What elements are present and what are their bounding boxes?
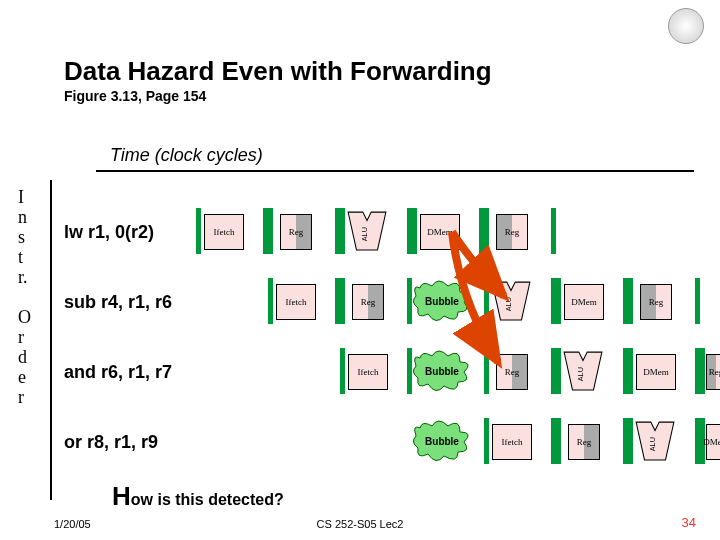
stage-ifetch: Ifetch <box>196 208 268 254</box>
footer-center: CS 252-S05 Lec2 <box>0 518 720 530</box>
bubble: Bubble <box>410 348 474 394</box>
stage-ifetch: Ifetch <box>268 278 340 324</box>
svg-text:ALU: ALU <box>504 297 513 311</box>
stage-dmem: DMem <box>700 418 720 464</box>
stage-dmem: DMem <box>412 208 484 254</box>
stage-dmem: DMem <box>628 348 700 394</box>
stage-alu: ALU <box>628 418 700 464</box>
instr-lw: lw r1, 0(r2) <box>64 222 154 243</box>
stage-alu: ALU <box>340 208 412 254</box>
svg-text:ALU: ALU <box>360 227 369 241</box>
instr-or: or r8, r1, r9 <box>64 432 158 453</box>
stage-reg-wb: Reg <box>700 348 720 394</box>
bubble: Bubble <box>410 278 474 324</box>
stage-reg: Reg <box>340 278 412 324</box>
svg-text:ALU: ALU <box>576 367 585 381</box>
svg-text:ALU: ALU <box>648 437 657 451</box>
question-text: How is this detected? <box>112 481 284 512</box>
stage-reg-wb: Reg <box>628 278 700 324</box>
time-axis-line <box>96 170 694 172</box>
stage-alu: ALU <box>556 348 628 394</box>
footer-page-number: 34 <box>682 515 696 530</box>
stage-reg: Reg <box>556 418 628 464</box>
stage-dmem: DMem <box>556 278 628 324</box>
instr-and: and r6, r1, r7 <box>64 362 172 383</box>
stage-ifetch: Ifetch <box>340 348 412 394</box>
bubble: Bubble <box>410 418 474 464</box>
stage-reg: Reg <box>484 348 556 394</box>
slide-subtitle: Figure 3.13, Page 154 <box>64 88 206 104</box>
stage-ifetch: Ifetch <box>484 418 556 464</box>
stage-reg: Reg <box>268 208 340 254</box>
instr-sub: sub r4, r1, r6 <box>64 292 172 313</box>
instruction-axis-label: Ins tr. Ord er <box>18 188 38 408</box>
stage-reg-wb: Reg <box>484 208 556 254</box>
slide-title: Data Hazard Even with Forwarding <box>64 56 492 87</box>
logo-badge <box>668 8 704 44</box>
time-axis-label: Time (clock cycles) <box>110 145 263 166</box>
instruction-axis-line <box>50 180 52 500</box>
stage-alu: ALU <box>484 278 556 324</box>
